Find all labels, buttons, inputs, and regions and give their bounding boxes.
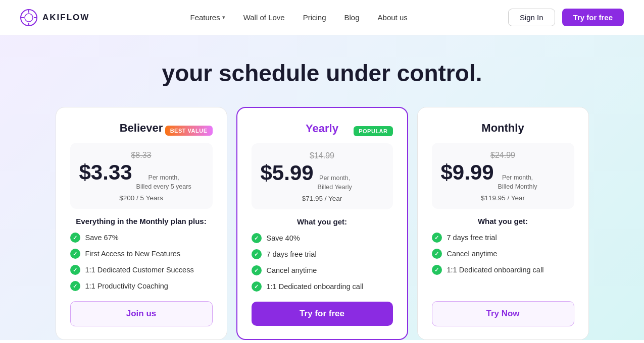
yearly-features-label: What you get: [252,217,393,226]
card-monthly: Monthly $24.99 $9.99 Per month, Billed M… [417,107,589,340]
list-item: 1:1 Dedicated onboarding call [432,265,574,275]
believer-main-price-row: $3.33 Per month, Billed every 5 years [79,162,204,191]
pricing-grid: Believer BEST VALUE $8.33 $3.33 Per mont… [20,107,624,340]
list-item: Save 67% [70,233,213,243]
check-icon [432,249,442,259]
check-icon [252,249,262,259]
nav-item-features[interactable]: Features ▾ [190,13,225,22]
monthly-original-price: $24.99 [441,151,565,160]
features-label: Features [190,13,220,22]
check-icon [432,265,442,275]
pricing-label: Pricing [303,13,326,22]
badge-best-value: BEST VALUE [165,126,213,136]
logo[interactable]: AKIFLOW [20,9,89,26]
chevron-down-icon: ▾ [222,14,225,21]
yearly-price-block: $14.99 $5.99 Per month, Billed Yearly $7… [252,143,393,209]
nav-item-about[interactable]: About us [378,13,408,22]
monthly-main-price: $9.99 [441,162,494,183]
monthly-features-label: What you get: [432,217,574,225]
list-item: 1:1 Dedicated Customer Success [70,265,213,275]
card-believer: Believer BEST VALUE $8.33 $3.33 Per mont… [56,107,227,340]
list-item: 7 days free trial [252,249,393,259]
monthly-main-price-row: $9.99 Per month, Billed Monthly [441,162,565,191]
check-icon [70,281,80,291]
list-item: First Access to New Features [70,249,213,259]
nav-actions: Sign In Try for free [508,9,624,26]
check-icon [252,281,262,292]
believer-main-price: $3.33 [79,162,132,183]
hero-headline: your schedule under control. [20,60,624,87]
list-item: Save 40% [252,233,393,243]
nav-try-button[interactable]: Try for free [562,9,624,26]
about-label: About us [378,13,408,22]
nav-links: Features ▾ Wall of Love Pricing Blog Abo… [190,13,407,22]
yearly-main-price: $5.99 [261,162,314,184]
monthly-price-block: $24.99 $9.99 Per month, Billed Monthly $… [432,143,574,209]
list-item: Cancel anytime [252,265,393,275]
believer-original-price: $8.33 [79,151,204,160]
logo-icon [20,9,37,26]
list-item: Cancel anytime [432,249,574,259]
try-now-button[interactable]: Try Now [432,301,574,326]
check-icon [70,249,80,259]
monthly-price-desc: Per month, Billed Monthly [498,174,537,191]
navbar: AKIFLOW Features ▾ Wall of Love Pricing … [0,0,644,35]
monthly-feature-list: 7 days free trial Cancel anytime 1:1 Ded… [432,233,574,291]
list-item: 1:1 Dedicated onboarding call [252,281,393,292]
yearly-price-total: $71.95 / Year [261,195,384,202]
blog-label: Blog [344,13,360,22]
believer-features-label: Everything in the Monthly plan plus: [70,217,213,225]
believer-price-block: $8.33 $3.33 Per month, Billed every 5 ye… [70,143,213,209]
nav-item-wall-of-love[interactable]: Wall of Love [243,13,285,22]
wall-of-love-label: Wall of Love [243,13,285,22]
nav-item-blog[interactable]: Blog [344,13,360,22]
card-yearly: Yearly POPULAR $14.99 $5.99 Per month, B… [236,107,408,340]
logo-text: AKIFLOW [42,13,89,23]
check-icon [70,265,80,275]
join-us-button[interactable]: Join us [70,301,213,326]
hero-section: your schedule under control. Believer BE… [0,35,644,340]
try-for-free-button[interactable]: Try for free [252,302,393,326]
svg-point-1 [25,14,33,22]
yearly-main-price-row: $5.99 Per month, Billed Yearly [261,162,384,192]
monthly-price-total: $119.95 / Year [441,194,565,202]
believer-price-desc: Per month, Billed every 5 years [136,174,191,191]
check-icon [252,233,262,243]
check-icon [252,265,262,275]
check-icon [432,233,442,243]
monthly-title: Monthly [432,122,574,135]
believer-feature-list: Save 67% First Access to New Features 1:… [70,233,213,291]
list-item: 7 days free trial [432,233,574,243]
badge-popular: POPULAR [354,126,392,136]
yearly-feature-list: Save 40% 7 days free trial Cancel anytim… [252,233,393,292]
yearly-original-price: $14.99 [261,151,384,160]
check-icon [70,233,80,243]
nav-item-pricing[interactable]: Pricing [303,13,326,22]
signin-button[interactable]: Sign In [508,9,555,26]
believer-price-total: $200 / 5 Years [79,194,204,202]
yearly-price-desc: Per month, Billed Yearly [318,174,352,192]
list-item: 1:1 Productivity Coaching [70,281,213,291]
